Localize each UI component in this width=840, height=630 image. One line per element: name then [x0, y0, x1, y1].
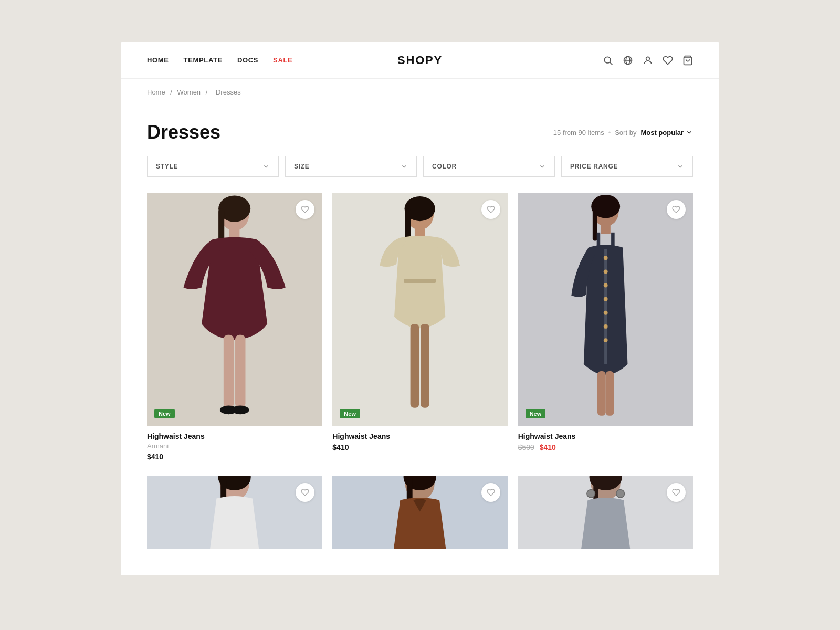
color-filter[interactable]: COLOR [423, 156, 555, 177]
nav-docs[interactable]: DOCS [237, 56, 258, 64]
model-figure-1 [147, 193, 322, 426]
sort-dropdown[interactable]: Most popular [640, 129, 693, 136]
price-filter[interactable]: PRICE RANGE [561, 156, 693, 177]
svg-rect-19 [404, 279, 436, 283]
size-chevron-icon [401, 163, 408, 170]
product-image-4[interactable] [147, 476, 322, 549]
product-card: New Highwaist Jeans Armani $410 [147, 193, 322, 465]
main-content: Dresses 15 from 90 items • Sort by Most … [121, 106, 719, 575]
breadcrumb-women[interactable]: Women [177, 88, 201, 96]
color-filter-label: COLOR [432, 163, 457, 170]
price-chevron-icon [677, 163, 684, 170]
product-card-2: New Highwaist Jeans $410 [332, 193, 507, 465]
cart-icon[interactable] [682, 55, 693, 66]
dress-svg-1 [147, 193, 322, 426]
svg-point-32 [603, 297, 607, 301]
style-filter-label: STYLE [156, 163, 178, 170]
product-image-5[interactable] [332, 476, 507, 549]
heart-icon-5 [487, 488, 495, 497]
heart-icon-4 [301, 488, 309, 497]
product-info-1: Highwaist Jeans Armani $410 [147, 426, 322, 465]
site-logo: SHOPY [397, 54, 443, 67]
product-grid: New Highwaist Jeans Armani $410 [147, 193, 693, 549]
wishlist-button-2[interactable] [481, 200, 500, 219]
product-image-3[interactable]: New [518, 193, 693, 426]
product-image-1[interactable]: New [147, 193, 322, 426]
site-header: HOME TEMPLATE DOCS SALE SHOPY [121, 42, 719, 79]
page-title: Dresses [147, 121, 220, 143]
product-card-5 [332, 476, 507, 549]
header-icons [603, 55, 693, 66]
style-filter[interactable]: STYLE [147, 156, 279, 177]
breadcrumb: Home / Women / Dresses [121, 79, 719, 106]
svg-point-47 [587, 490, 595, 498]
dress-svg-3 [518, 193, 693, 426]
model-figure-2 [332, 193, 507, 426]
breadcrumb-sep-1: / [170, 88, 174, 96]
svg-rect-28 [604, 249, 607, 364]
svg-rect-36 [597, 371, 606, 416]
product-price-1: $410 [147, 453, 322, 461]
product-card-3: New Highwaist Jeans $500 $410 [518, 193, 693, 465]
wishlist-icon[interactable] [663, 55, 673, 66]
nav-home[interactable]: HOME [147, 56, 169, 64]
color-chevron-icon [539, 163, 546, 170]
dress-svg-5 [332, 476, 507, 549]
heart-icon-6 [672, 488, 680, 497]
breadcrumb-sep-2: / [206, 88, 209, 96]
price-filter-label: PRICE RANGE [570, 163, 618, 170]
heart-icon [301, 205, 309, 214]
svg-rect-24 [592, 206, 597, 240]
product-brand-1: Armani [147, 442, 322, 450]
product-info-2: Highwaist Jeans $410 [332, 426, 507, 456]
product-image-6[interactable] [518, 476, 693, 549]
product-card-4 [147, 476, 322, 549]
main-nav: HOME TEMPLATE DOCS SALE [147, 56, 292, 64]
new-badge-3: New [526, 409, 546, 418]
new-badge-2: New [340, 409, 360, 418]
model-figure-4 [147, 476, 322, 549]
model-figure-3 [518, 193, 693, 426]
product-info-3: Highwaist Jeans $500 $410 [518, 426, 693, 456]
chevron-down-icon [686, 129, 693, 136]
dress-svg-6 [518, 476, 693, 549]
style-chevron-icon [262, 163, 270, 170]
product-image-2[interactable]: New [332, 193, 507, 426]
search-icon[interactable] [603, 55, 613, 66]
svg-point-34 [603, 324, 607, 329]
model-figure-6 [518, 476, 693, 549]
heart-icon-2 [487, 205, 495, 214]
product-price-2: $410 [332, 443, 507, 452]
svg-point-31 [603, 284, 607, 288]
page-header-row: Dresses 15 from 90 items • Sort by Most … [147, 106, 693, 156]
size-filter[interactable]: SIZE [285, 156, 417, 177]
heart-icon-3 [672, 205, 680, 214]
sort-row: 15 from 90 items • Sort by Most popular [553, 129, 693, 136]
sale-price-3: $410 [540, 443, 556, 452]
svg-point-33 [603, 311, 607, 315]
product-price-3: $500 $410 [518, 443, 693, 452]
svg-rect-20 [411, 324, 419, 408]
new-badge-1: New [154, 409, 175, 418]
svg-rect-37 [605, 371, 614, 416]
svg-point-5 [646, 57, 650, 60]
nav-sale[interactable]: SALE [273, 56, 292, 64]
model-figure-5 [332, 476, 507, 549]
svg-point-35 [603, 338, 607, 342]
nav-template[interactable]: TEMPLATE [184, 56, 223, 64]
svg-rect-25 [601, 225, 610, 234]
original-price-3: $500 [518, 443, 534, 452]
filters-row: STYLE SIZE COLOR PRICE RANGE [147, 156, 693, 177]
dot-separator: • [608, 129, 611, 136]
wishlist-button-5[interactable] [481, 483, 500, 502]
sort-label: Sort by [615, 129, 636, 136]
breadcrumb-home[interactable]: Home [147, 88, 165, 96]
svg-point-29 [603, 256, 607, 260]
globe-icon[interactable] [623, 55, 633, 66]
user-icon[interactable] [643, 55, 653, 66]
svg-rect-11 [224, 335, 234, 408]
svg-point-30 [603, 269, 607, 274]
svg-line-1 [610, 62, 613, 65]
sort-value-text: Most popular [640, 129, 684, 136]
wishlist-button-3[interactable] [667, 200, 686, 219]
